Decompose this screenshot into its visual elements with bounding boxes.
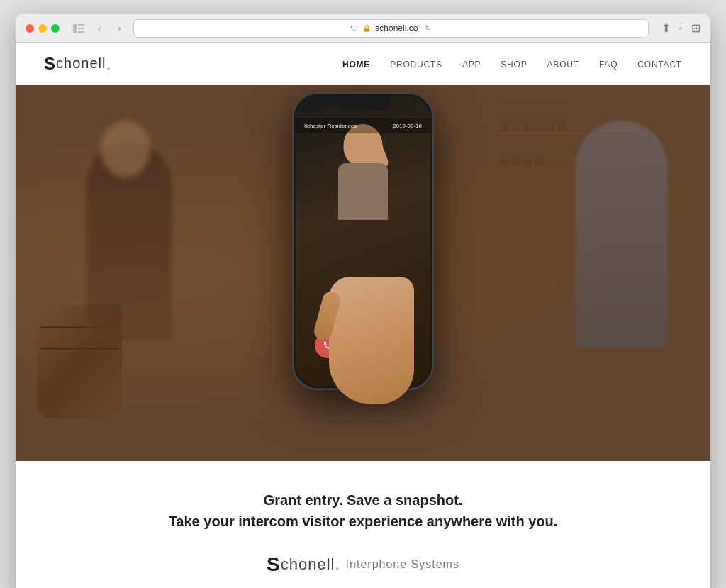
nav-link-faq[interactable]: FAQ <box>599 60 618 70</box>
svg-rect-0 <box>73 24 77 33</box>
hero-section: Ilchester Residences 2019-09-16 00:08 <box>16 85 710 461</box>
back-button[interactable]: ‹ <box>92 21 106 35</box>
caption-line2: Take your intercom visitor experience an… <box>169 514 558 529</box>
minimize-dot[interactable] <box>38 24 47 33</box>
nav-link-shop[interactable]: SHOP <box>501 60 527 70</box>
nav-link-home[interactable]: HOME <box>342 60 370 70</box>
sidebar-button[interactable] <box>71 21 86 36</box>
svg-rect-3 <box>78 31 84 33</box>
brand-dot: . <box>335 555 340 574</box>
nav-link-contact[interactable]: CONTACT <box>637 60 682 70</box>
browser-nav: ‹ › <box>71 21 126 36</box>
add-tab-icon[interactable]: + <box>678 22 684 35</box>
browser-window: ‹ › 🛡 🔒 schonell.co ↻ ⬆ + ⊞ Schonell. HO… <box>16 14 710 588</box>
nav-item-app[interactable]: APP <box>462 57 481 70</box>
nav-item-about[interactable]: ABOUT <box>547 57 579 70</box>
brand-name-rest: chonell <box>281 555 335 574</box>
share-icon[interactable]: ⬆ <box>661 21 671 35</box>
hero-caption: Grant entry. Save a snapshot. Take your … <box>16 461 710 588</box>
nav-link-products[interactable]: PRODUCTS <box>390 60 442 70</box>
address-bar[interactable]: 🛡 🔒 schonell.co ↻ <box>133 19 649 38</box>
close-dot[interactable] <box>26 24 34 33</box>
shield-icon: 🛡 <box>350 24 358 33</box>
caption-text: Grant entry. Save a snapshot. Take your … <box>30 489 696 532</box>
brand-logo: Schonell. <box>267 553 340 576</box>
grid-icon[interactable]: ⊞ <box>691 21 700 35</box>
caption-line1: Grant entry. Save a snapshot. <box>264 492 463 508</box>
website-content: Schonell. HOME PRODUCTS APP SHOP ABOUT F… <box>16 43 710 588</box>
video-person-body <box>338 163 388 220</box>
browser-actions: ⬆ + ⊞ <box>661 21 700 35</box>
nav-link-about[interactable]: ABOUT <box>547 60 579 70</box>
call-location: Ilchester Residences <box>304 123 357 129</box>
nav-item-shop[interactable]: SHOP <box>501 57 527 70</box>
refresh-icon[interactable]: ↻ <box>425 23 431 33</box>
nav-item-faq[interactable]: FAQ <box>599 57 618 70</box>
nav-item-products[interactable]: PRODUCTS <box>390 57 442 70</box>
lock-icon: 🔒 <box>362 24 371 32</box>
nav-item-contact[interactable]: CONTACT <box>637 57 682 70</box>
footer-brand: Schonell. Interphone Systems <box>30 553 696 576</box>
svg-rect-1 <box>78 24 84 26</box>
nav-link-app[interactable]: APP <box>462 60 481 70</box>
phone-container: Ilchester Residences 2019-09-16 00:08 <box>292 92 434 390</box>
brand-tagline: Interphone Systems <box>346 558 459 571</box>
maximize-dot[interactable] <box>51 24 60 33</box>
phone-notch <box>335 94 391 111</box>
logo-letter-s: S <box>44 54 56 74</box>
browser-titlebar: ‹ › 🛡 🔒 schonell.co ↻ ⬆ + ⊞ <box>16 14 710 43</box>
browser-dots <box>26 24 60 33</box>
nav-links: HOME PRODUCTS APP SHOP ABOUT FAQ CONTACT <box>342 57 682 70</box>
forward-button[interactable]: › <box>112 21 126 35</box>
svg-rect-2 <box>78 28 84 29</box>
site-logo: Schonell. <box>44 54 111 74</box>
logo-text: chonell <box>56 55 106 72</box>
call-info-bar: Ilchester Residences 2019-09-16 <box>296 118 430 133</box>
site-nav: Schonell. HOME PRODUCTS APP SHOP ABOUT F… <box>16 43 710 85</box>
call-date: 2019-09-16 <box>393 123 422 129</box>
url-text: schonell.co <box>375 23 418 33</box>
nav-item-home[interactable]: HOME <box>342 57 370 70</box>
hand-holding-phone <box>329 277 414 404</box>
logo-dot: . <box>106 54 111 74</box>
brand-letter-s: S <box>267 553 281 576</box>
